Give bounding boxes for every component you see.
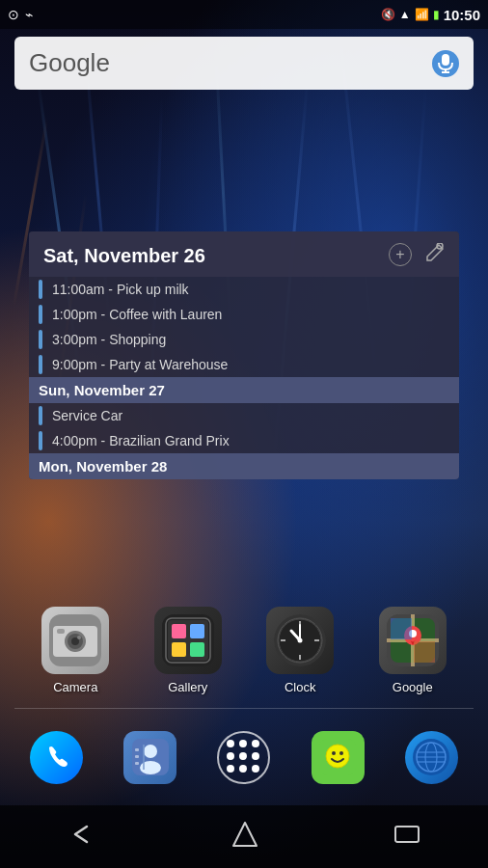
dot — [252, 740, 259, 747]
phone-icon — [30, 731, 83, 784]
messages-icon — [312, 731, 365, 784]
apps-dots-grid — [227, 740, 261, 774]
svg-rect-42 — [135, 762, 139, 765]
camera-app-icon — [41, 607, 109, 674]
home-button[interactable] — [231, 821, 258, 854]
dot — [227, 765, 234, 773]
cal-day3-header: Mon, November 28 — [29, 453, 459, 479]
mute-icon: 🔇 — [381, 8, 395, 21]
svg-rect-13 — [172, 624, 186, 638]
dot — [227, 752, 234, 760]
browser-svg — [413, 739, 449, 775]
svg-point-9 — [77, 636, 81, 639]
contacts-app[interactable] — [119, 726, 181, 789]
gallery-app-icon — [154, 607, 222, 674]
svg-marker-53 — [233, 823, 257, 846]
camera-label: Camera — [53, 680, 97, 694]
clock-label: Clock — [285, 680, 316, 694]
event-indicator — [39, 406, 42, 425]
clock-app-icon — [266, 607, 334, 674]
home-icon — [231, 821, 258, 848]
apps-drawer[interactable] — [212, 726, 275, 789]
svg-rect-41 — [135, 755, 139, 758]
recents-icon — [393, 823, 420, 846]
svg-point-44 — [326, 745, 349, 768]
maps-svg — [387, 614, 439, 666]
contacts-svg — [132, 739, 169, 775]
cal-event-4: 9:00pm - Party at Warehouse — [29, 352, 459, 377]
android-icon: ⊙ — [8, 7, 19, 22]
dot — [252, 752, 259, 760]
gallery-svg — [162, 614, 214, 666]
back-button[interactable] — [68, 823, 96, 852]
cal-event-5: Service Car — [29, 403, 459, 428]
cal-event-3: 3:00pm - Shopping — [29, 327, 459, 352]
messages-svg — [319, 739, 356, 775]
camera-app[interactable]: Camera — [41, 607, 109, 694]
mic-button[interactable] — [432, 50, 459, 77]
battery-icon: ▮ — [433, 8, 440, 21]
back-icon — [68, 823, 96, 846]
cal-event-6: 4:00pm - Brazilian Grand Prix — [29, 428, 459, 453]
cal-actions: + — [389, 243, 445, 269]
event-text: 1:00pm - Coffee with Lauren — [52, 305, 459, 324]
event-text: 9:00pm - Party at Warehouse — [52, 355, 459, 374]
camera-svg — [49, 614, 101, 666]
dock-divider — [14, 708, 474, 709]
event-indicator — [39, 431, 42, 450]
svg-point-45 — [332, 751, 336, 755]
status-bar: ⊙ ⌁ 🔇 ▲ 📶 ▮ 10:50 — [0, 0, 488, 29]
svg-rect-10 — [57, 629, 65, 634]
browser-icon — [405, 731, 458, 784]
dot — [239, 765, 247, 773]
gallery-label: Gallery — [168, 680, 207, 694]
svg-rect-40 — [135, 748, 139, 751]
wifi-icon: ▲ — [399, 8, 411, 21]
search-text: Google — [29, 48, 110, 78]
messages-app[interactable] — [307, 726, 369, 789]
browser-app[interactable] — [400, 726, 463, 789]
dot — [227, 740, 234, 747]
svg-rect-0 — [442, 54, 449, 66]
event-indicator — [39, 305, 42, 324]
bottom-dock — [0, 714, 488, 800]
cal-add-btn[interactable]: + — [389, 243, 412, 266]
gallery-app[interactable]: Gallery — [154, 607, 222, 694]
phone-app[interactable] — [25, 726, 88, 789]
event-indicator — [39, 355, 42, 374]
clock-app[interactable]: Clock — [266, 607, 334, 694]
search-bar[interactable]: Google — [14, 37, 474, 90]
maps-app-icon — [379, 607, 447, 674]
wrench-icon — [423, 243, 445, 264]
google-maps-app[interactable]: Google — [379, 607, 447, 694]
dot — [239, 740, 247, 747]
event-indicator — [39, 330, 42, 349]
recents-button[interactable] — [393, 823, 420, 852]
svg-rect-14 — [190, 624, 204, 638]
cal-title: Sat, November 26 — [43, 245, 205, 267]
svg-rect-35 — [414, 641, 435, 663]
usb-icon: ⌁ — [25, 7, 33, 22]
svg-point-27 — [298, 638, 303, 643]
status-right-icons: 🔇 ▲ 📶 ▮ 10:50 — [381, 7, 480, 23]
signal-icon: 📶 — [415, 8, 429, 21]
status-left-icons: ⊙ ⌁ — [8, 7, 33, 22]
event-text: 3:00pm - Shopping — [52, 330, 459, 349]
event-text: 4:00pm - Brazilian Grand Prix — [52, 431, 459, 450]
svg-point-46 — [339, 751, 343, 755]
cal-event-1: 11:00am - Pick up milk — [29, 277, 459, 302]
svg-rect-34 — [391, 618, 412, 639]
mic-icon — [438, 54, 453, 73]
clock-display: 10:50 — [444, 7, 480, 23]
calendar-widget: Sat, November 26 + 11:00am - Pick up mil… — [29, 231, 459, 479]
svg-point-37 — [144, 745, 157, 758]
svg-rect-15 — [172, 642, 186, 657]
clock-svg — [274, 614, 326, 666]
cal-event-2: 1:00pm - Coffee with Lauren — [29, 302, 459, 327]
apps-drawer-icon — [217, 731, 270, 784]
cal-settings-btn[interactable] — [423, 243, 445, 269]
dot — [252, 765, 259, 773]
dot — [239, 752, 247, 760]
svg-rect-16 — [190, 642, 204, 657]
phone-svg — [43, 744, 70, 771]
